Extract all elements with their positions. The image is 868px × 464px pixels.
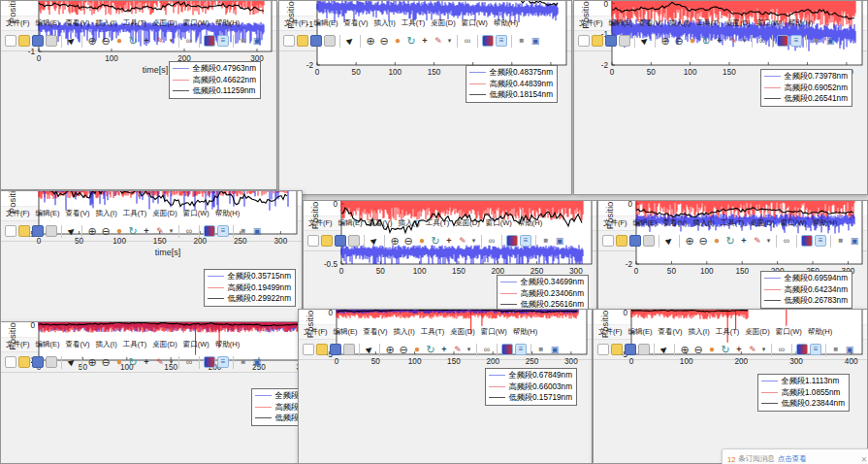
data-cursor-icon[interactable]: + [733, 344, 745, 355]
menu-item[interactable]: 查看(V) [66, 340, 90, 349]
menu-item[interactable]: 工具(T) [123, 209, 147, 218]
menu-item[interactable]: 插入(I) [96, 209, 117, 218]
print-icon[interactable] [46, 35, 57, 47]
rotate-3d-icon[interactable]: ↻ [405, 35, 417, 47]
menu-item[interactable]: 工具(T) [721, 218, 745, 228]
dock-figure-icon[interactable]: ■ [830, 344, 842, 355]
menu-item[interactable]: 编辑(E) [36, 18, 60, 28]
brush-icon[interactable]: ✎ [154, 35, 166, 47]
menu-item[interactable]: 查看(V) [663, 218, 688, 228]
data-cursor-icon[interactable]: + [714, 35, 725, 47]
insert-legend-icon[interactable]: ≡ [815, 235, 826, 247]
save-icon[interactable] [32, 356, 44, 368]
new-file-icon[interactable] [307, 235, 319, 247]
insert-legend-icon[interactable]: ≡ [810, 344, 821, 355]
window-titlebar[interactable]: 010020030010-1Position[nm]time[s] Figure… [1, 1, 276, 17]
new-file-icon[interactable] [5, 225, 16, 237]
zoom-in-icon[interactable]: ⊕ [679, 344, 691, 355]
dropdown-arrow-icon[interactable]: ▾ [168, 225, 175, 237]
pan-icon[interactable]: ● [113, 356, 125, 368]
insert-colorbar-icon[interactable] [796, 344, 808, 355]
brush-icon[interactable]: ✎ [727, 35, 739, 47]
insert-colorbar-icon[interactable] [506, 235, 518, 247]
zoom-out-icon[interactable]: ⊖ [378, 35, 390, 47]
new-file-icon[interactable] [597, 344, 609, 355]
menu-item[interactable]: 桌面(D) [450, 327, 474, 337]
menu-item[interactable]: 帮助(H) [513, 327, 537, 337]
data-cursor-icon[interactable]: + [141, 35, 152, 47]
menu-item[interactable]: 查看(V) [344, 18, 369, 28]
new-file-icon[interactable] [283, 35, 295, 47]
undock-figure-icon[interactable]: ▣ [530, 35, 541, 47]
open-folder-icon[interactable] [616, 235, 627, 247]
save-icon[interactable] [330, 344, 341, 355]
new-file-icon[interactable] [303, 344, 314, 355]
menu-item[interactable]: 编辑(E) [633, 218, 658, 228]
brush-icon[interactable]: ✎ [154, 225, 166, 237]
close-icon[interactable]: ✕ [861, 455, 867, 464]
brush-icon[interactable]: ✎ [752, 235, 763, 247]
menu-item[interactable]: 工具(T) [421, 327, 445, 337]
zoom-in-icon[interactable]: ⊕ [659, 35, 671, 47]
rotate-3d-icon[interactable]: ↻ [425, 344, 436, 355]
open-folder-icon[interactable] [18, 35, 30, 47]
rotate-3d-icon[interactable]: ↻ [724, 235, 736, 247]
menu-item[interactable]: 编辑(E) [609, 18, 633, 28]
data-cursor-icon[interactable]: + [141, 225, 152, 237]
print-icon[interactable] [348, 235, 360, 247]
open-folder-icon[interactable] [321, 235, 333, 247]
insert-legend-icon[interactable]: ≡ [217, 225, 229, 237]
dropdown-arrow-icon[interactable]: ▾ [446, 35, 453, 47]
insert-colorbar-icon[interactable] [482, 35, 494, 47]
plot-area[interactable]: 全频段0.35715nm高频段0.19499nm低频段0.29922nm [1, 242, 302, 328]
brush-icon[interactable]: ✎ [457, 235, 468, 247]
link-plots-icon[interactable]: ∞ [462, 35, 473, 47]
undock-figure-icon[interactable]: ▣ [824, 35, 836, 47]
menu-item[interactable]: 窗口(W) [481, 327, 507, 337]
window-titlebar[interactable]: 0501001502002503000.50-0.5Position[nm]ti… [1, 191, 302, 207]
menu-item[interactable]: 窗口(W) [486, 218, 512, 228]
menu-item[interactable]: 插入(I) [669, 18, 691, 28]
menu-item[interactable]: 桌面(D) [725, 18, 750, 28]
menu-item[interactable]: 窗口(W) [183, 209, 209, 218]
menu-item[interactable]: 插入(I) [689, 327, 710, 337]
dock-figure-icon[interactable]: ■ [835, 235, 847, 247]
legend[interactable]: 全频段0.69594nm高频段0.64234nm低频段0.26783nm [760, 271, 852, 309]
menu-item[interactable]: 桌面(D) [152, 340, 177, 349]
dropdown-arrow-icon[interactable]: ▾ [760, 344, 767, 355]
new-file-icon[interactable] [5, 356, 16, 368]
zoom-in-icon[interactable]: ⊕ [684, 235, 695, 247]
menu-item[interactable]: 文件(F) [6, 18, 30, 28]
insert-legend-icon[interactable]: ≡ [515, 344, 527, 355]
save-icon[interactable] [629, 235, 641, 247]
print-icon[interactable] [324, 35, 336, 47]
zoom-out-icon[interactable]: ⊖ [398, 344, 409, 355]
menu-item[interactable]: 桌面(D) [745, 327, 769, 337]
zoom-out-icon[interactable]: ⊖ [673, 35, 685, 47]
legend[interactable]: 全频段0.67849nm高频段0.66003nm低频段0.15719nm [485, 368, 577, 406]
save-icon[interactable] [310, 35, 322, 47]
menu-item[interactable]: 编辑(E) [338, 218, 363, 228]
insert-colorbar-icon[interactable] [501, 344, 513, 355]
window-titlebar[interactable]: 050100150200250300210-1-2Position[nm] Fi… [574, 1, 867, 17]
rotate-3d-icon[interactable]: ↻ [430, 235, 441, 247]
menu-item[interactable]: 工具(T) [123, 340, 147, 349]
dropdown-arrow-icon[interactable]: ▾ [168, 356, 175, 368]
dock-figure-icon[interactable]: ■ [238, 35, 249, 47]
zoom-out-icon[interactable]: ⊖ [402, 235, 414, 247]
menu-item[interactable]: 帮助(H) [494, 18, 518, 28]
zoom-in-icon[interactable]: ⊕ [86, 356, 98, 368]
menu-item[interactable]: 窗口(W) [756, 18, 783, 28]
menu-item[interactable]: 查看(V) [364, 327, 388, 337]
menu-item[interactable]: 桌面(D) [431, 18, 455, 28]
undock-figure-icon[interactable]: ▣ [844, 344, 855, 355]
undock-figure-icon[interactable]: ▣ [251, 35, 263, 47]
menu-item[interactable]: 工具(T) [402, 18, 426, 28]
menu-item[interactable]: 文件(F) [308, 218, 333, 228]
menu-item[interactable]: 查看(V) [369, 218, 393, 228]
insert-legend-icon[interactable]: ≡ [496, 35, 507, 47]
dropdown-arrow-icon[interactable]: ▾ [470, 235, 477, 247]
legend[interactable]: 全频段0.34699nm高频段0.23406nm低频段0.25616nm [497, 275, 589, 313]
plot-area[interactable]: 全频段0.48375nm高频段0.44839nm低频段0.18154nm [279, 51, 571, 195]
pan-icon[interactable]: ● [711, 235, 723, 247]
